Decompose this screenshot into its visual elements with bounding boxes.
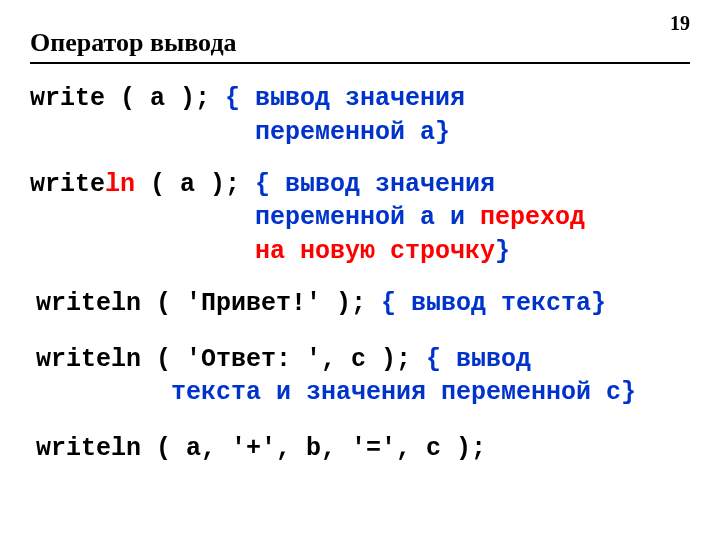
code-text: ( a ); bbox=[135, 170, 255, 199]
code-pad bbox=[30, 235, 255, 269]
comment-text-highlight: переход bbox=[480, 203, 585, 232]
page-title: Оператор вывода bbox=[30, 28, 690, 58]
comment-text: { вывод значения bbox=[225, 84, 465, 113]
comment-text: переменной a} bbox=[255, 118, 450, 147]
comment-text: } bbox=[495, 237, 510, 266]
comment-text-highlight: на новую строчку bbox=[255, 237, 495, 266]
title-rule bbox=[30, 62, 690, 64]
code-pad bbox=[30, 116, 255, 150]
code-text: writeln ( a, '+', b, '=', c ); bbox=[36, 434, 486, 463]
code-text: writeln ( 'Ответ: ', c ); bbox=[36, 345, 426, 374]
example-5: writeln ( a, '+', b, '=', c ); bbox=[36, 432, 690, 466]
page-number: 19 bbox=[670, 12, 690, 35]
code-pad bbox=[30, 201, 255, 235]
code-text: writeln ( 'Привет!' ); bbox=[36, 289, 381, 318]
example-3: writeln ( 'Привет!' ); { вывод текста} bbox=[36, 287, 690, 321]
code-text: write ( a ); bbox=[30, 84, 225, 113]
comment-text: текста и значения переменной c} bbox=[171, 378, 636, 407]
comment-text: переменной a и bbox=[255, 203, 480, 232]
comment-text: { вывод значения bbox=[255, 170, 495, 199]
code-text: write bbox=[30, 170, 105, 199]
code-text-highlight: ln bbox=[105, 170, 135, 199]
comment-text: { вывод текста} bbox=[381, 289, 606, 318]
code-pad bbox=[36, 376, 171, 410]
comment-text: { вывод bbox=[426, 345, 531, 374]
example-4: writeln ( 'Ответ: ', c ); { вывод текста… bbox=[36, 343, 690, 411]
example-1: write ( a ); { вывод значения переменной… bbox=[30, 82, 690, 150]
example-2: writeln ( a ); { вывод значения переменн… bbox=[30, 168, 690, 269]
